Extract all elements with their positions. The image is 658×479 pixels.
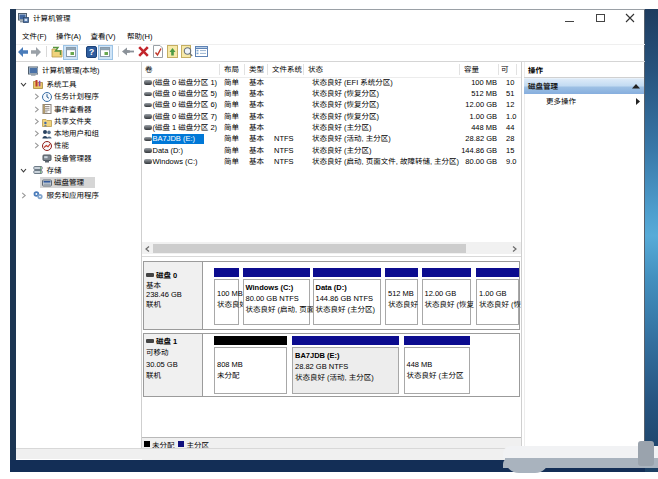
svg-text:?: ? (88, 47, 94, 57)
